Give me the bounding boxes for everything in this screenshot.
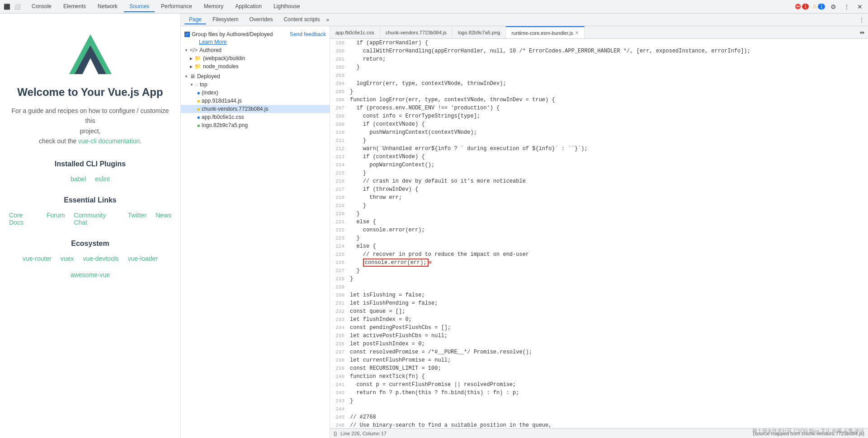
tab-performance[interactable]: Performance bbox=[156, 1, 198, 12]
line-content: popWarningContext(); bbox=[348, 161, 868, 169]
code-line: 225 // recover in prod to reduce the imp… bbox=[330, 250, 868, 259]
dock-icon[interactable]: ⬛ bbox=[4, 4, 10, 10]
line-content: throw err; bbox=[348, 193, 868, 202]
installed-cli-title: Installed CLI Plugins bbox=[55, 160, 126, 168]
line-content: return fn ? p.then(this ? fn.bind(this) … bbox=[348, 389, 868, 397]
editor-tab-chunk-vendors[interactable]: chunk-vendors.7723b084.js bbox=[380, 26, 453, 38]
vue-router-link[interactable]: vue-router bbox=[23, 255, 52, 262]
vue-cli-doc-link[interactable]: vue-cli documentation bbox=[78, 137, 140, 145]
code-line: 230let isFlushing = false; bbox=[330, 291, 868, 299]
line-number: 226 bbox=[330, 259, 348, 267]
forum-link[interactable]: Forum bbox=[47, 212, 65, 226]
editor-tab-app-css[interactable]: app.fb0c6e1c.css bbox=[330, 26, 380, 38]
file-index[interactable]: ■ (index) bbox=[181, 89, 330, 97]
vue-devtools-link[interactable]: vue-devtools bbox=[83, 255, 118, 262]
line-content: return; bbox=[348, 55, 868, 63]
deployed-root[interactable]: 🖥 Deployed bbox=[181, 72, 330, 80]
line-number: 234 bbox=[330, 324, 348, 332]
line-content: // crash in dev by default so it's more … bbox=[348, 177, 868, 185]
authored-root[interactable]: </> Authored bbox=[181, 46, 330, 54]
line-number: 219 bbox=[330, 202, 348, 210]
more-options-icon[interactable]: ⋮ bbox=[842, 2, 852, 11]
file-app-js[interactable]: ■ app.918d1a44.js bbox=[181, 97, 330, 105]
babel-link[interactable]: babel bbox=[71, 175, 86, 183]
line-content: // #2768 bbox=[348, 413, 868, 421]
line-number: 212 bbox=[330, 145, 348, 153]
subtab-more-icon[interactable]: » bbox=[326, 17, 329, 23]
code-line: 223 } bbox=[330, 234, 868, 242]
tab-memory[interactable]: Memory bbox=[198, 1, 229, 12]
core-docs-link[interactable]: Core Docs bbox=[9, 212, 38, 226]
error-count: 1 bbox=[802, 4, 809, 9]
authored-toggle bbox=[184, 48, 188, 52]
tab-elements[interactable]: Elements bbox=[58, 1, 91, 12]
line-number: 238 bbox=[330, 356, 348, 364]
top-folder[interactable]: □ top bbox=[181, 80, 330, 89]
eslint-link[interactable]: eslint bbox=[95, 175, 110, 183]
vue-app-panel: Welcome to Your Vue.js App For a guide a… bbox=[0, 14, 181, 438]
line-content: let currentFlushPromise = null; bbox=[348, 356, 868, 364]
code-line: 206function logError(err, type, contextV… bbox=[330, 96, 868, 104]
awesome-vue-link[interactable]: awesome-vue bbox=[71, 271, 110, 278]
subtab-overrides[interactable]: Overrides bbox=[245, 15, 277, 24]
close-icon[interactable]: ✕ bbox=[855, 2, 864, 11]
editor-tabs: app.fb0c6e1c.css chunk-vendors.7723b084.… bbox=[330, 26, 868, 39]
news-link[interactable]: News bbox=[156, 212, 171, 226]
webpack-folder[interactable]: 📁 (webpack)/buildin bbox=[181, 54, 330, 62]
tab-lighthouse[interactable]: Lighthouse bbox=[268, 1, 306, 12]
vuex-link[interactable]: vuex bbox=[61, 255, 74, 262]
error-badge: ⛔ 1 bbox=[795, 4, 809, 9]
code-line: 234const pendingPostFlushCbs = []; bbox=[330, 324, 868, 332]
line-content: function logError(err, type, contextVNod… bbox=[348, 96, 868, 104]
subtab-filesystem[interactable]: Filesystem bbox=[208, 15, 243, 24]
group-files-checkbox[interactable]: ✓ bbox=[184, 32, 190, 37]
line-number: 223 bbox=[330, 234, 348, 242]
top-folder-icon: □ bbox=[195, 82, 198, 87]
subtab-content-scripts[interactable]: Content scripts bbox=[279, 15, 324, 24]
file-logo-png-label: logo.82b9c7a5.png bbox=[202, 122, 248, 128]
twitter-link[interactable]: Twitter bbox=[128, 212, 146, 226]
ecosystem-title: Ecosystem bbox=[71, 240, 109, 248]
line-number: 236 bbox=[330, 340, 348, 348]
code-line: 215 } bbox=[330, 169, 868, 177]
node-modules-folder[interactable]: 📁 node_modules bbox=[181, 62, 330, 71]
line-content: } bbox=[348, 63, 868, 71]
settings-icon[interactable]: ⚙ bbox=[829, 2, 838, 11]
line-number: 233 bbox=[330, 316, 348, 324]
code-line: 224 else { bbox=[330, 242, 868, 250]
editor-expand-icon[interactable]: ⇔ bbox=[856, 29, 868, 36]
file-logo-png[interactable]: ■ logo.82b9c7a5.png bbox=[181, 121, 330, 129]
node-modules-label: node_modules bbox=[203, 63, 239, 70]
send-feedback-link[interactable]: Send feedback bbox=[290, 31, 326, 38]
line-content: else { bbox=[348, 218, 868, 226]
subtab-page[interactable]: Page bbox=[184, 15, 206, 24]
line-number: 204 bbox=[330, 80, 348, 88]
statusbar-left: {} bbox=[334, 431, 337, 436]
authored-label: Authored bbox=[199, 47, 222, 53]
line-content: warn(`Unhandled error${info ? ` during e… bbox=[348, 145, 868, 153]
tab-console[interactable]: Console bbox=[26, 1, 57, 12]
sources-body: ✓ Group files by Authored/Deployed Send … bbox=[181, 26, 868, 438]
code-line: 219 } bbox=[330, 202, 868, 210]
subtab-action-icon[interactable]: ⋮ bbox=[859, 17, 864, 23]
line-content: if (appErrorHandler) { bbox=[348, 39, 868, 47]
file-chunk-vendors[interactable]: ■ chunk-vendors.7723b084.js bbox=[181, 105, 330, 113]
code-content[interactable]: 199 if (appErrorHandler) {200 callWithEr… bbox=[330, 39, 868, 428]
code-editor: app.fb0c6e1c.css chunk-vendors.7723b084.… bbox=[330, 26, 868, 438]
vue-loader-link[interactable]: vue-loader bbox=[128, 255, 158, 262]
line-content: if (contextVNode) { bbox=[348, 120, 868, 128]
learn-more-link[interactable]: Learn More bbox=[199, 39, 226, 45]
editor-tab-logo[interactable]: logo.82b9c7a5.png bbox=[453, 26, 506, 38]
file-app-css[interactable]: ■ app.fb0c6e1c.css bbox=[181, 113, 330, 121]
tab-application[interactable]: Application bbox=[230, 1, 267, 12]
tab-network[interactable]: Network bbox=[92, 1, 123, 12]
editor-tab-close-icon[interactable]: ✕ bbox=[575, 30, 579, 35]
dock-icon2[interactable]: ⬜ bbox=[14, 4, 21, 10]
subtab-actions: ⋮ bbox=[859, 17, 864, 23]
line-number: 216 bbox=[330, 177, 348, 185]
line-content: let isFlushing = false; bbox=[348, 291, 868, 299]
community-chat-link[interactable]: Community Chat bbox=[74, 212, 118, 226]
line-content: const pendingPostFlushCbs = []; bbox=[348, 324, 868, 332]
tab-sources[interactable]: Sources bbox=[124, 1, 155, 12]
editor-tab-runtime-core[interactable]: runtime-core.esm-bundler.js ✕ bbox=[506, 26, 584, 38]
